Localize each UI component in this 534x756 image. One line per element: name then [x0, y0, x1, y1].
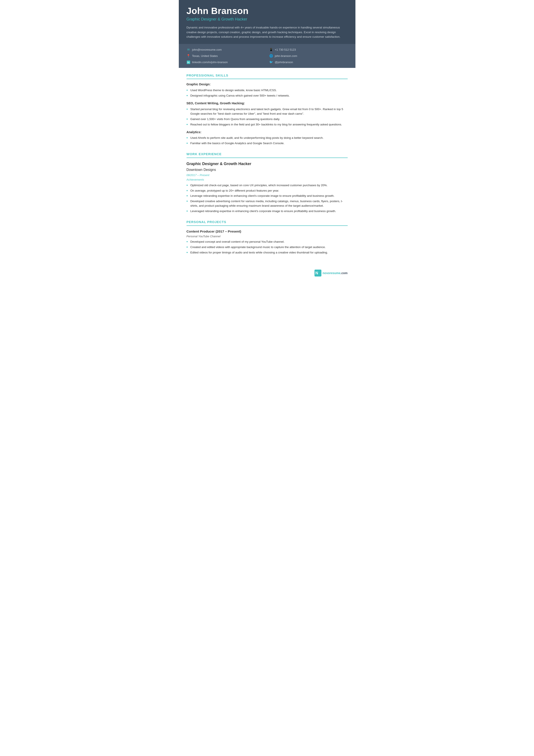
footer-logo-text: novoresume.com [323, 271, 348, 275]
seo-subtitle: SEO, Content Writing, Growth Hacking: [187, 101, 348, 106]
svg-text:N: N [315, 271, 318, 275]
project-subtitle: Personal YouTube Channel [187, 234, 348, 239]
list-item: Leverage rebranding expertise in enhanci… [187, 194, 348, 198]
project-title: Content Producer (2017 – Present) [187, 229, 348, 234]
location-icon: 📍 [187, 54, 191, 58]
list-item: Started personal blog for reviewing elec… [187, 107, 348, 116]
list-item: Reached out to fellow bloggers in the fi… [187, 122, 348, 127]
project-entry: Content Producer (2017 – Present) Person… [187, 229, 348, 255]
skills-graphic-design: Graphic Design: Used WordPress theme to … [187, 82, 348, 98]
novoresume-logo-icon: N [315, 270, 321, 277]
project-list: Developed concept and overall content of… [187, 240, 348, 255]
job-date: 08/2017 – Present [187, 173, 348, 177]
twitter-icon: 🐦 [269, 60, 273, 65]
job-company: Downtown Designs [187, 167, 348, 173]
candidate-name: John Branson [187, 6, 348, 16]
contact-linkedin: in linkedin.com/in/john-branson [187, 60, 265, 65]
novoresume-logo: N novoresume.com [315, 270, 348, 277]
candidate-title: Graphic Designer & Growth Hacker [187, 16, 348, 22]
list-item: Created and edited videos with appropria… [187, 245, 348, 250]
list-item: Optimized old check-out page, based on c… [187, 183, 348, 188]
contact-phone: 📱 +1 730 512 5123 [269, 47, 348, 52]
skills-analytics: Analytics: Used Ahrefs to perform site a… [187, 130, 348, 146]
footer: N novoresume.com [179, 267, 355, 281]
job-title: Graphic Designer & Growth Hacker [187, 161, 348, 167]
analytics-subtitle: Analytics: [187, 130, 348, 135]
list-item: Designed infographic using Canva which g… [187, 94, 348, 98]
job-entry: Graphic Designer & Growth Hacker Downtow… [187, 161, 348, 214]
work-experience-section: WORK EXPERIENCE Graphic Designer & Growt… [187, 152, 348, 214]
candidate-summary: Dynamic and innovative professional with… [187, 25, 348, 39]
list-item: Developed creative advertising content f… [187, 199, 348, 208]
seo-list: Started personal blog for reviewing elec… [187, 107, 348, 127]
contact-website: 🌐 john-branson.com [269, 54, 348, 58]
resume-page: John Branson Graphic Designer & Growth H… [179, 0, 355, 281]
contact-twitter: 🐦 @johnbranson [269, 60, 348, 65]
job-achievements-list: Optimized old check-out page, based on c… [187, 183, 348, 214]
personal-projects-section: PERSONAL PROJECTS Content Producer (2017… [187, 220, 348, 255]
header-section: John Branson Graphic Designer & Growth H… [179, 0, 355, 44]
globe-icon: 🌐 [269, 54, 273, 58]
contact-email: ✉ john@novoresume.com [187, 47, 265, 52]
email-icon: ✉ [187, 47, 191, 52]
analytics-list: Used Ahrefs to perform site audit, and f… [187, 136, 348, 146]
list-item: Leveraged rebranding expertise in enhanc… [187, 209, 348, 214]
graphic-design-subtitle: Graphic Design: [187, 82, 348, 87]
list-item: Used Ahrefs to perform site audit, and f… [187, 136, 348, 140]
list-item: Edited videos for proper timings of audi… [187, 251, 348, 255]
work-experience-title: WORK EXPERIENCE [187, 152, 348, 158]
list-item: Developed concept and overall content of… [187, 240, 348, 244]
list-item: Familiar with the basics of Google Analy… [187, 141, 348, 146]
list-item: Used WordPress theme to design website, … [187, 88, 348, 93]
professional-skills-title: PROFESSIONAL SKILLS [187, 73, 348, 79]
main-content: PROFESSIONAL SKILLS Graphic Design: Used… [179, 68, 355, 267]
contact-bar: ✉ john@novoresume.com 📱 +1 730 512 5123 … [179, 44, 355, 68]
graphic-design-list: Used WordPress theme to design website, … [187, 88, 348, 98]
personal-projects-title: PERSONAL PROJECTS [187, 220, 348, 226]
skills-seo: SEO, Content Writing, Growth Hacking: St… [187, 101, 348, 127]
contact-location: 📍 Texas, United States [187, 54, 265, 58]
linkedin-icon: in [187, 60, 191, 65]
phone-icon: 📱 [269, 47, 273, 52]
list-item: On average, prototyped up to 20+ differe… [187, 189, 348, 193]
list-item: Gained over 1,500+ visits from Quora fro… [187, 117, 348, 122]
achievements-label: Achievements [187, 177, 348, 182]
professional-skills-section: PROFESSIONAL SKILLS Graphic Design: Used… [187, 73, 348, 146]
